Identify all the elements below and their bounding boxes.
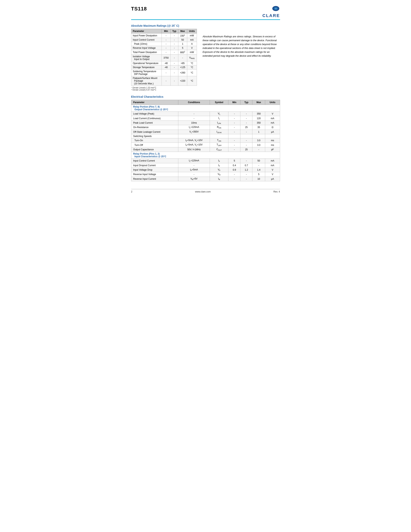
page-footer: 2 www.clare.com Rev. 4 bbox=[131, 189, 280, 193]
param-cell: Output Capacitance bbox=[131, 147, 178, 152]
units-cell: pF bbox=[265, 147, 280, 152]
min-cell: 3750 bbox=[162, 55, 171, 61]
elec-char-table: Parameter Conditions Symbol Min Typ Max … bbox=[131, 100, 280, 181]
section-label: Relay Portion (Pins 1, 2) Input Characte… bbox=[131, 152, 280, 159]
min-cell: - bbox=[228, 116, 240, 121]
min-cell: - bbox=[228, 121, 240, 125]
cond-cell: IF=5mA, VL=10V bbox=[178, 138, 210, 142]
abs-max-description: Absolute Maximum Ratings are stress rati… bbox=[203, 29, 280, 58]
units-cell: A bbox=[187, 42, 197, 46]
cond-cell: 50V; f=1MHz bbox=[178, 147, 210, 152]
min-cell: - bbox=[228, 177, 240, 181]
min-cell bbox=[228, 134, 240, 138]
cond-cell: - bbox=[178, 112, 210, 116]
col-parameter: Parameter bbox=[131, 100, 178, 105]
table-row: Reverse Input Voltage - VR - - 5 V bbox=[131, 172, 280, 177]
table-row: Load Current (Continuous) - IL - - 120 m… bbox=[131, 116, 280, 121]
units-cell: Ω bbox=[265, 125, 280, 130]
typ-cell: - bbox=[171, 33, 178, 38]
param-cell: On-Resistance bbox=[131, 125, 178, 130]
min-cell: - bbox=[162, 42, 171, 46]
min-cell: -40 bbox=[162, 65, 171, 69]
max-cell: +125 bbox=[178, 65, 187, 69]
param-cell: Input Control Current bbox=[131, 159, 178, 163]
min-cell: - bbox=[162, 33, 171, 38]
abs-max-table: Parameter Min Typ Max Units Input Power … bbox=[131, 29, 197, 86]
abs-max-header-row: Parameter Min Typ Max Units bbox=[131, 29, 197, 33]
col-units: Units bbox=[187, 29, 197, 33]
table-row: Load Voltage (Peak) - VL - - 350 V bbox=[131, 112, 280, 116]
typ-cell: - bbox=[240, 116, 252, 121]
typ-cell bbox=[240, 134, 252, 138]
typ-cell: - bbox=[240, 112, 252, 116]
param-cell: Operational Temperature bbox=[131, 61, 162, 65]
table-row: Reverse Input Current VR=5V IR - - 10 μA bbox=[131, 177, 280, 181]
param-cell: Soldering Temperature DIP Package bbox=[131, 69, 162, 76]
param-cell: Input Control Current bbox=[131, 38, 162, 42]
typ-cell: - bbox=[171, 55, 178, 61]
units-cell: mA bbox=[265, 163, 280, 168]
table-row: Reverse Input Voltage - - 5 V bbox=[131, 46, 197, 50]
units-cell: V bbox=[265, 168, 280, 172]
cond-cell: - bbox=[178, 172, 210, 177]
logo-text: CLARE bbox=[262, 13, 280, 18]
revision: Rev. 4 bbox=[273, 190, 280, 193]
units-cell: °C bbox=[187, 61, 197, 65]
max-cell: 1.4 bbox=[252, 168, 265, 172]
section-header-relay-78: Relay Portion (Pins 7, 8) Output Charact… bbox=[131, 105, 280, 112]
col-min: Min bbox=[228, 100, 240, 105]
table-row: Total Power Dissipation - - 8002 mW bbox=[131, 50, 197, 55]
col-units: Units bbox=[265, 100, 280, 105]
min-cell: - bbox=[228, 130, 240, 134]
sym-cell: IF bbox=[210, 159, 228, 163]
units-cell: μA bbox=[265, 130, 280, 134]
units-cell: mA bbox=[265, 159, 280, 163]
max-cell: +220 bbox=[178, 76, 187, 86]
max-cell: +260 bbox=[178, 69, 187, 76]
typ-cell: - bbox=[171, 42, 178, 46]
min-cell: - bbox=[162, 69, 171, 76]
cond-cell: VL=350V bbox=[178, 130, 210, 134]
cond-cell: VR=5V bbox=[178, 177, 210, 181]
table-row: Flatpack/Surface Mount Package (10 Secon… bbox=[131, 76, 197, 86]
max-cell: 350 bbox=[252, 112, 265, 116]
table-row: On-Resistance IL=120mA RON - 25 35 Ω bbox=[131, 125, 280, 130]
cond-cell: IL=120mA bbox=[178, 125, 210, 130]
units-cell: mA bbox=[187, 38, 197, 42]
min-cell: 0.9 bbox=[228, 168, 240, 172]
min-cell: 5 bbox=[228, 159, 240, 163]
units-cell: °C bbox=[187, 65, 197, 69]
max-cell: 10 bbox=[252, 177, 265, 181]
website: www.clare.com bbox=[195, 190, 211, 193]
sym-cell: RON bbox=[210, 125, 228, 130]
param-cell: Input Dropout Current bbox=[131, 163, 178, 168]
units-cell: V bbox=[265, 112, 280, 116]
max-cell: 3.0 bbox=[252, 143, 265, 147]
top-section: Parameter Min Typ Max Units Input Power … bbox=[131, 29, 280, 91]
max-cell: 3.0 bbox=[252, 138, 265, 142]
sym-cell: VF bbox=[210, 168, 228, 172]
max-cell: 1501 bbox=[178, 33, 187, 38]
max-cell: 8002 bbox=[178, 50, 187, 55]
param-cell: Turn-Off bbox=[131, 143, 178, 147]
cond-cell: IF=5mA, VL=10V bbox=[178, 143, 210, 147]
table-row: Soldering Temperature DIP Package - - +2… bbox=[131, 69, 197, 76]
footnote-2: ² Derate Linearly 6.67 mw/°C bbox=[131, 89, 197, 91]
param-cell: Flatpack/Surface Mount Package (10 Secon… bbox=[131, 76, 162, 86]
max-cell: 5 bbox=[252, 172, 265, 177]
footnote-1: ¹ Derate Linearly 1.33 mw/°C bbox=[131, 87, 197, 89]
min-cell: - bbox=[228, 172, 240, 177]
units-cell: °C bbox=[187, 69, 197, 76]
sym-cell: IF bbox=[210, 163, 228, 168]
typ-cell: 1.2 bbox=[240, 168, 252, 172]
max-cell: 120 bbox=[252, 116, 265, 121]
table-row: Off-State Leakage Current VL=350V ILEAK … bbox=[131, 130, 280, 134]
max-cell: 1 bbox=[178, 42, 187, 46]
typ-cell: 25 bbox=[240, 125, 252, 130]
clare-logo-icon bbox=[271, 6, 280, 13]
typ-cell: - bbox=[171, 61, 178, 65]
max-cell: 5 bbox=[178, 46, 187, 50]
table-row: Storage Temperature -40 - +125 °C bbox=[131, 65, 197, 69]
typ-cell: 0.7 bbox=[240, 163, 252, 168]
units-cell bbox=[265, 134, 280, 138]
